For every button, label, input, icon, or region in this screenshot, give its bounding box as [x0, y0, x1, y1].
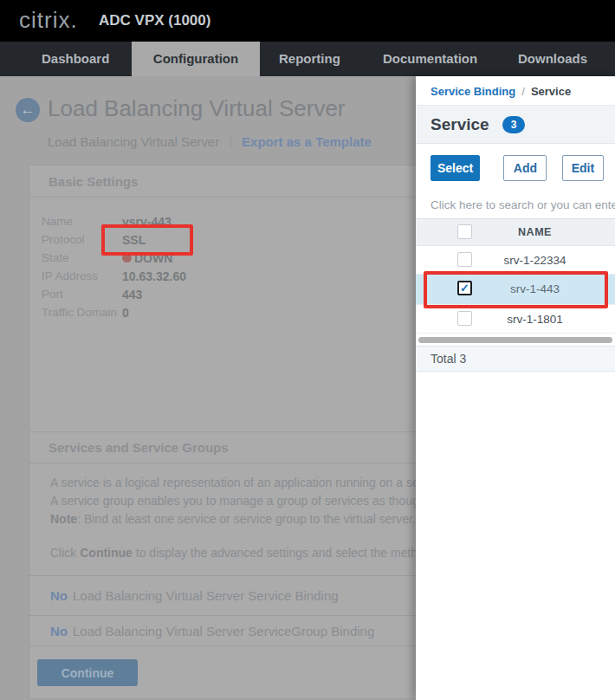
breadcrumb-separator: / — [521, 85, 525, 98]
breadcrumb: Service Binding/Service — [416, 76, 615, 105]
field-value: vsrv-443 — [122, 215, 172, 229]
row-checkbox[interactable] — [457, 252, 472, 267]
tab-downloads[interactable]: Downloads — [518, 42, 587, 76]
back-button[interactable]: ← — [16, 98, 40, 122]
panel-title: Service — [430, 115, 489, 134]
count-badge: 3 — [502, 116, 526, 133]
search-placeholder: Click here to search or you can enter — [430, 198, 615, 211]
nav-bar: Dashboard Configuration Reporting Docume… — [0, 42, 615, 76]
screen: citrix. ADC VPX (1000) Dashboard Configu… — [0, 0, 615, 700]
citrix-logo: citrix. — [19, 7, 78, 34]
row-checkbox-checked[interactable]: ✓ — [457, 281, 472, 295]
name-column-header: NAME — [494, 226, 576, 238]
tab-dashboard[interactable]: Dashboard — [42, 42, 109, 76]
subtab-load-balancing-virtual-server[interactable]: Load Balancing Virtual Server — [48, 134, 219, 149]
note-label: Note — [50, 512, 77, 526]
row-name: srv-1-22334 — [494, 254, 576, 267]
row-checkbox[interactable] — [457, 311, 472, 326]
services-section-title: Services and Service Groups — [49, 440, 229, 455]
checkmark-icon: ✓ — [460, 282, 469, 294]
panel-actions: Select Add Edit — [416, 144, 615, 191]
tab-configuration[interactable]: Configuration — [132, 42, 260, 76]
description-line: : Bind at least one service or service g… — [77, 512, 416, 526]
back-arrow-icon: ← — [21, 101, 36, 119]
field-row-state: State DOWN — [42, 249, 186, 267]
field-value: DOWN — [134, 251, 172, 265]
export-template-link[interactable]: Export as a Template — [242, 134, 372, 149]
basic-settings-title: Basic Settings — [49, 174, 138, 189]
row-name: srv-1-443 — [494, 282, 576, 295]
field-row-port: Port 443 — [42, 285, 186, 303]
field-label: State — [42, 251, 122, 264]
basic-settings-fields: Name vsrv-443 Protocol SSL State DOWN IP… — [42, 212, 186, 321]
subtab-row: Load Balancing Virtual Server | Export a… — [48, 134, 372, 149]
field-label: IP Address — [42, 269, 122, 282]
table-header: NAME — [416, 219, 615, 246]
field-row-ip-address: IP Address 10.63.32.60 — [42, 267, 186, 285]
description-line: A service group enables you to manage a … — [50, 494, 465, 508]
table-row-srv-1-22334[interactable]: srv-1-22334 — [416, 246, 615, 275]
field-value: SSL — [122, 233, 146, 247]
subtab-separator: | — [229, 134, 232, 149]
field-label: Protocol — [42, 233, 122, 246]
continue-word: Continue — [80, 546, 133, 560]
horizontal-scrollbar[interactable] — [418, 337, 612, 343]
field-value: 443 — [122, 288, 142, 301]
breadcrumb-service-binding-link[interactable]: Service Binding — [430, 85, 515, 98]
tab-reporting[interactable]: Reporting — [279, 42, 340, 76]
field-row-protocol: Protocol SSL — [42, 230, 186, 249]
search-input[interactable]: Click here to search or you can enter — [416, 191, 615, 219]
select-all-checkbox[interactable] — [457, 224, 472, 239]
edit-button[interactable]: Edit — [562, 155, 604, 181]
panel-header: Service 3 — [416, 105, 615, 144]
no-badge: No — [50, 588, 68, 603]
app-title: ADC VPX (1000) — [99, 12, 210, 29]
status-down-dot-icon — [122, 253, 132, 262]
description-line: Click — [50, 546, 80, 560]
field-value: 0 — [122, 306, 129, 320]
total-row: Total 3 — [416, 346, 615, 372]
binding-row-label: Load Balancing Virtual Server ServiceGro… — [73, 624, 374, 638]
field-label: Name — [42, 215, 122, 228]
table-row-srv-1-443[interactable]: ✓ srv-1-443 — [416, 275, 615, 305]
table-row-srv-1-1801[interactable]: srv-1-1801 — [416, 305, 615, 334]
add-button[interactable]: Add — [503, 155, 547, 181]
select-button[interactable]: Select — [430, 155, 480, 181]
field-label: Port — [42, 288, 122, 301]
description-line: A service is a logical representation of… — [50, 476, 443, 489]
binding-row-label: Load Balancing Virtual Server Service Bi… — [73, 588, 339, 603]
continue-button[interactable]: Continue — [37, 659, 138, 686]
service-panel: Service Binding/Service Service 3 Select… — [416, 76, 615, 700]
field-row-name: Name vsrv-443 — [42, 212, 186, 230]
page-title: Load Balancing Virtual Server — [48, 95, 346, 122]
no-badge: No — [50, 624, 68, 638]
total-label: Total 3 — [430, 352, 466, 366]
breadcrumb-current: Service — [531, 85, 571, 98]
field-label: Traffic Domain — [42, 306, 122, 319]
field-row-traffic-domain: Traffic Domain 0 — [42, 303, 186, 321]
tab-documentation[interactable]: Documentation — [383, 42, 477, 76]
field-value: 10.63.32.60 — [122, 269, 186, 283]
row-name: srv-1-1801 — [494, 313, 576, 326]
description-line: to display the advanced settings and sel… — [133, 546, 464, 560]
app-header: citrix. ADC VPX (1000) — [0, 0, 615, 42]
